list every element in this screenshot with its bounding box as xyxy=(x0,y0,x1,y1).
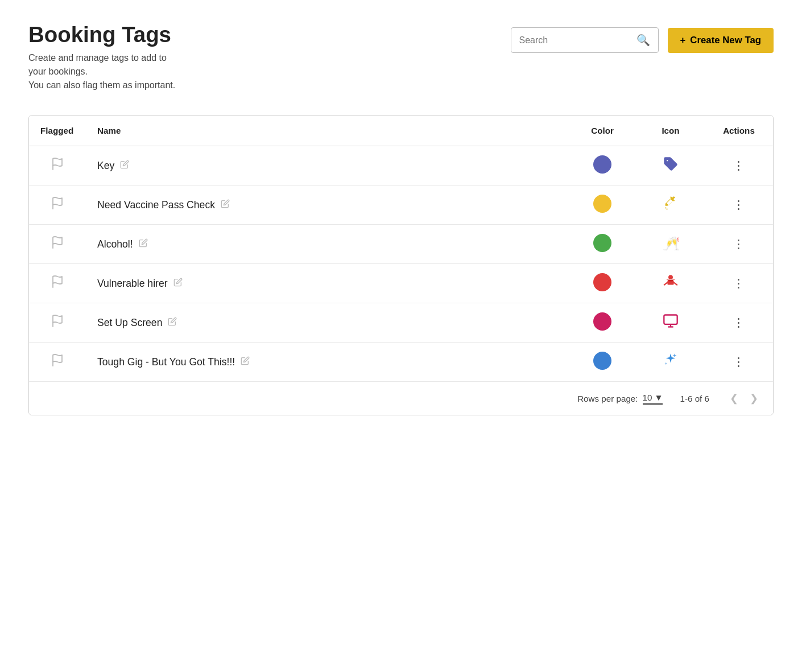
icon-cell: 🥂 xyxy=(636,225,705,264)
color-cell xyxy=(568,146,636,185)
name-cell: Alcohol! xyxy=(86,225,568,264)
actions-cell: ⋮ xyxy=(705,264,773,303)
search-input[interactable] xyxy=(519,35,633,46)
col-header-flagged: Flagged xyxy=(29,116,86,146)
name-cell: Tough Gig - But You Got This!!! xyxy=(86,343,568,382)
actions-cell: ⋮ xyxy=(705,343,773,382)
header-row: Flagged Name Color Icon Actions xyxy=(29,116,773,146)
table-footer: Rows per page: 10 ▼ 1-6 of 6 ❮ ❯ xyxy=(29,381,773,415)
header-right: 🔍 + Create New Tag xyxy=(511,27,774,53)
actions-menu-button[interactable]: ⋮ xyxy=(728,314,750,332)
vulnerable-icon xyxy=(663,277,679,292)
page-info: 1-6 of 6 xyxy=(680,394,709,403)
flag-icon xyxy=(51,353,64,370)
flag-cell[interactable] xyxy=(29,343,86,382)
table-row: Key ⋮ xyxy=(29,146,773,185)
search-box: 🔍 xyxy=(511,27,659,53)
screen-icon xyxy=(663,316,679,332)
table-row: Vulnerable hirer ⋮ xyxy=(29,264,773,303)
page-description: Create and manage tags to add to your bo… xyxy=(28,51,175,92)
color-dot xyxy=(593,195,611,213)
rows-per-page-label: Rows per page: xyxy=(577,394,638,403)
actions-menu-button[interactable]: ⋮ xyxy=(728,156,750,175)
page-title: Booking Tags xyxy=(28,23,175,47)
color-dot xyxy=(593,234,611,252)
tag-name: Need Vaccine Pass Check xyxy=(97,199,215,211)
icon-cell xyxy=(636,146,705,185)
flag-cell[interactable] xyxy=(29,185,86,225)
actions-menu-button[interactable]: ⋮ xyxy=(728,353,750,371)
actions-cell: ⋮ xyxy=(705,303,773,343)
cheers-icon: 🥂 xyxy=(663,237,679,253)
table-body: Key ⋮ Need Vaccine Pass Check ⋮ Alcohol!… xyxy=(29,146,773,382)
tag-name: Set Up Screen xyxy=(97,317,162,329)
color-dot xyxy=(593,352,611,370)
table-row: Alcohol! 🥂⋮ xyxy=(29,225,773,264)
tag-name: Alcohol! xyxy=(97,238,133,250)
flag-cell[interactable] xyxy=(29,225,86,264)
name-cell: Need Vaccine Pass Check xyxy=(86,185,568,225)
svg-line-8 xyxy=(674,283,677,285)
flag-cell[interactable] xyxy=(29,264,86,303)
sparkle-icon xyxy=(663,355,679,371)
desc-line1: Create and manage tags to add to xyxy=(28,53,167,63)
tag-name: Tough Gig - But You Got This!!! xyxy=(97,356,235,368)
flag-icon xyxy=(51,275,64,292)
edit-icon[interactable] xyxy=(139,238,148,250)
actions-cell: ⋮ xyxy=(705,225,773,264)
edit-icon[interactable] xyxy=(173,278,183,290)
rows-per-page-select[interactable]: 10 ▼ xyxy=(643,393,663,405)
page-header: Booking Tags Create and manage tags to a… xyxy=(28,23,774,92)
tag-name: Key xyxy=(97,160,114,172)
tags-table-container: Flagged Name Color Icon Actions Key ⋮ Ne… xyxy=(28,115,774,415)
edit-icon[interactable] xyxy=(221,199,230,211)
desc-line3: You can also flag them as important. xyxy=(28,80,175,90)
search-icon: 🔍 xyxy=(636,34,650,47)
svg-rect-11 xyxy=(664,315,677,324)
actions-cell: ⋮ xyxy=(705,185,773,225)
color-cell xyxy=(568,343,636,382)
svg-text:🥂: 🥂 xyxy=(663,236,679,250)
table-row: Tough Gig - But You Got This!!! ⋮ xyxy=(29,343,773,382)
col-header-color: Color xyxy=(568,116,636,146)
icon-cell xyxy=(636,264,705,303)
edit-icon[interactable] xyxy=(168,317,177,329)
tags-table: Flagged Name Color Icon Actions Key ⋮ Ne… xyxy=(29,116,773,381)
name-cell: Set Up Screen xyxy=(86,303,568,343)
create-btn-plus-icon: + xyxy=(680,35,686,46)
color-cell xyxy=(568,303,636,343)
header-left: Booking Tags Create and manage tags to a… xyxy=(28,23,175,92)
icon-cell xyxy=(636,303,705,343)
edit-icon[interactable] xyxy=(241,356,250,368)
flag-cell[interactable] xyxy=(29,303,86,343)
flag-icon xyxy=(51,196,64,213)
color-cell xyxy=(568,264,636,303)
rows-per-page-value: 10 xyxy=(643,393,652,402)
next-page-button[interactable]: ❯ xyxy=(746,391,762,406)
actions-menu-button[interactable]: ⋮ xyxy=(728,235,750,253)
rows-per-page: Rows per page: 10 ▼ xyxy=(577,393,663,405)
flag-icon xyxy=(51,236,64,253)
actions-cell: ⋮ xyxy=(705,146,773,185)
name-cell: Key xyxy=(86,146,568,185)
color-dot xyxy=(593,312,611,331)
desc-line2: your bookings. xyxy=(28,67,88,76)
col-header-icon: Icon xyxy=(636,116,705,146)
actions-menu-button[interactable]: ⋮ xyxy=(728,196,750,214)
col-header-name: Name xyxy=(86,116,568,146)
edit-icon[interactable] xyxy=(120,160,129,172)
color-cell xyxy=(568,185,636,225)
color-dot xyxy=(593,273,611,291)
flag-icon xyxy=(51,157,64,174)
svg-line-7 xyxy=(664,283,668,285)
color-cell xyxy=(568,225,636,264)
flag-cell[interactable] xyxy=(29,146,86,185)
tag-icon xyxy=(663,159,679,175)
prev-page-button[interactable]: ❮ xyxy=(726,391,742,406)
create-new-tag-button[interactable]: + Create New Tag xyxy=(668,28,774,53)
name-cell: Vulnerable hirer xyxy=(86,264,568,303)
icon-cell xyxy=(636,185,705,225)
table-header: Flagged Name Color Icon Actions xyxy=(29,116,773,146)
actions-menu-button[interactable]: ⋮ xyxy=(728,274,750,292)
table-row: Need Vaccine Pass Check ⋮ xyxy=(29,185,773,225)
